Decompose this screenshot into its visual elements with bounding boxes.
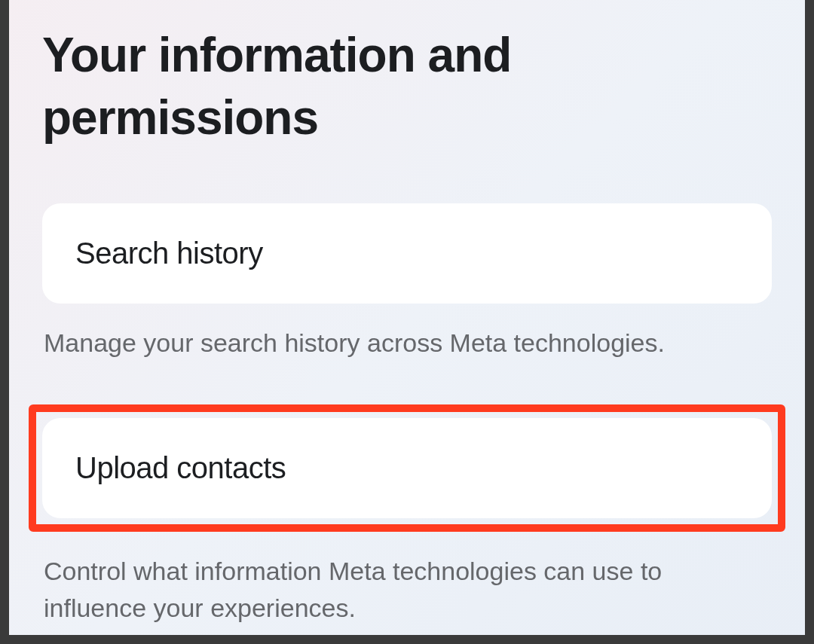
device-frame-right [805,0,814,644]
search-history-title: Search history [75,237,739,270]
search-history-card[interactable]: Search history [42,203,772,304]
search-history-description: Manage your search history across Meta t… [42,325,772,362]
main-content: Your information and permissions Search … [0,0,814,627]
device-frame-bottom [0,635,814,644]
upload-contacts-description: Control what information Meta technologi… [42,553,772,627]
upload-contacts-highlight: Upload contacts [29,404,785,532]
device-frame-left [0,0,9,644]
upload-contacts-title: Upload contacts [75,451,739,485]
page-title: Your information and permissions [42,24,772,149]
upload-contacts-card[interactable]: Upload contacts [42,418,772,518]
